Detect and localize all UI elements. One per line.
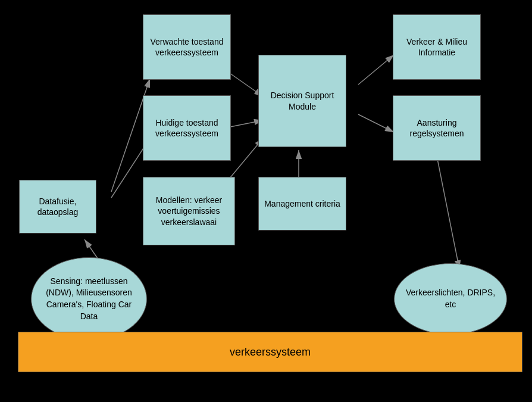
- verkeer-milieu-label: Verkeer & Milieu Informatie: [398, 36, 475, 58]
- svg-line-5: [358, 55, 394, 85]
- huidige-label: Huidige toestand verkeerssysteem: [148, 117, 226, 139]
- verkeer-milieu-box: Verkeer & Milieu Informatie: [393, 14, 481, 80]
- verwachte-label: Verwachte toestand verkeerssysteem: [148, 36, 226, 58]
- decision-box: Decision Support Module: [258, 55, 346, 147]
- management-box: Management criteria: [258, 177, 346, 230]
- huidige-box: Huidige toestand verkeerssysteem: [143, 95, 231, 161]
- orange-bar-label: verkeerssysteem: [230, 346, 311, 359]
- verkeerslichten-ellipse: Verkeerslichten, DRIPS, etc: [394, 263, 507, 335]
- aansturing-label: Aansturing regelsystemen: [398, 117, 475, 139]
- diagram-container: Verwachte toestand verkeerssysteem Huidi…: [0, 0, 532, 402]
- sensing-ellipse: Sensing: meetlussen (NDW), Milieusensore…: [31, 257, 147, 341]
- svg-line-10: [436, 150, 459, 269]
- aansturing-box: Aansturing regelsystemen: [393, 95, 481, 161]
- modellen-label: Modellen: verkeer voertuigemissies verke…: [148, 195, 230, 228]
- datafusie-box: Datafusie, dataopslag: [19, 180, 96, 233]
- verkeerslichten-label: Verkeerslichten, DRIPS, etc: [400, 287, 500, 310]
- verwachte-box: Verwachte toestand verkeerssysteem: [143, 14, 231, 80]
- orange-bar: verkeerssysteem: [18, 332, 522, 372]
- decision-label: Decision Support Module: [264, 90, 341, 111]
- diagram-inner: Verwachte toestand verkeerssysteem Huidi…: [7, 7, 525, 395]
- datafusie-label: Datafusie, dataopslag: [24, 196, 91, 217]
- svg-line-6: [358, 114, 394, 132]
- sensing-label: Sensing: meetlussen (NDW), Milieusensore…: [37, 276, 140, 322]
- modellen-box: Modellen: verkeer voertuigemissies verke…: [143, 177, 235, 245]
- management-label: Management criteria: [264, 198, 340, 209]
